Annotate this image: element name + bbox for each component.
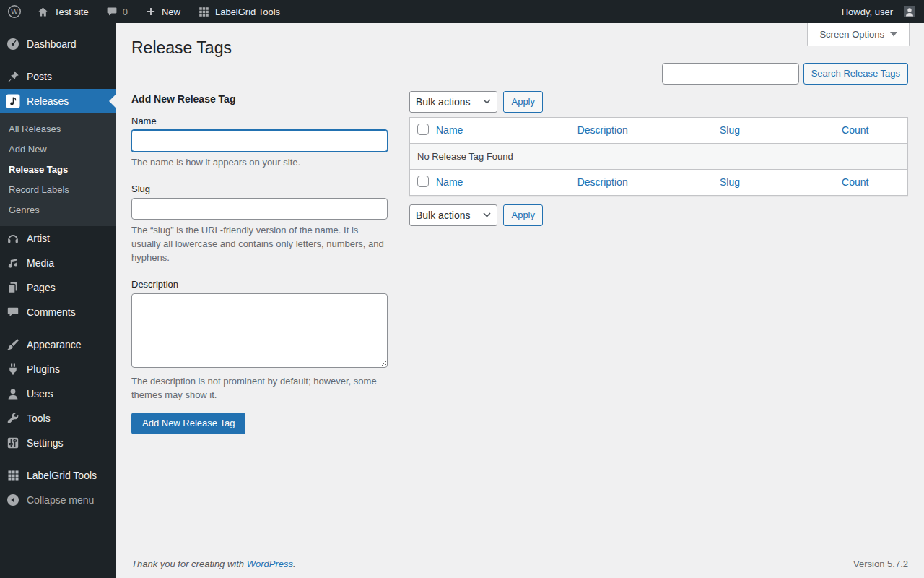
- sliders-icon: [6, 436, 20, 450]
- pushpin-icon: [6, 69, 20, 84]
- admin-bar: W Test site 0 New LabelGrid Tools Howdy,…: [0, 0, 924, 23]
- wrench-icon: [6, 411, 20, 426]
- add-new-release-tag-button[interactable]: Add New Release Tag: [131, 413, 245, 434]
- avatar: [904, 6, 915, 17]
- sidebar-item-appearance[interactable]: Appearance: [0, 332, 116, 357]
- description-help-text: The description is not prominent by defa…: [131, 374, 388, 402]
- collapse-arrow-icon: [6, 493, 20, 507]
- releases-submenu: All Releases Add New Release Tags Record…: [0, 113, 116, 226]
- description-field[interactable]: [131, 293, 388, 368]
- sort-by-name-link[interactable]: Name: [436, 176, 463, 188]
- wordpress-logo-menu[interactable]: W: [0, 0, 28, 23]
- sidebar-item-plugins[interactable]: Plugins: [0, 357, 116, 381]
- howdy-label: Howdy, user: [842, 7, 893, 17]
- collapse-menu-button[interactable]: Collapse menu: [0, 488, 116, 512]
- paintbrush-icon: [6, 337, 20, 352]
- page-title: Release Tags: [131, 38, 908, 59]
- submenu-item-record-labels[interactable]: Record Labels: [0, 179, 116, 199]
- version-label: Version 5.7.2: [853, 558, 908, 569]
- screen-options-button[interactable]: Screen Options: [807, 23, 910, 46]
- submenu-item-release-tags[interactable]: Release Tags: [0, 159, 116, 179]
- sidebar-item-artist[interactable]: Artist: [0, 226, 116, 251]
- grid-icon: [198, 6, 210, 18]
- sidebar-item-labelgrid-tools[interactable]: LabelGrid Tools: [0, 463, 116, 488]
- admin-bar-my-account[interactable]: Howdy, user: [833, 0, 924, 23]
- submenu-label: Record Labels: [9, 184, 69, 195]
- sidebar-item-label: Tools: [27, 413, 51, 424]
- sort-by-name-link[interactable]: Name: [436, 124, 463, 136]
- sort-by-description-link[interactable]: Description: [578, 176, 628, 188]
- apply-button-bottom[interactable]: Apply: [503, 204, 543, 226]
- sidebar-item-label: Pages: [27, 282, 56, 293]
- chevron-down-icon: [483, 99, 491, 104]
- admin-footer: Thank you for creating with WordPress. V…: [131, 558, 908, 569]
- bulk-actions-select-bottom[interactable]: Bulk actions: [409, 204, 497, 226]
- name-field[interactable]: [131, 130, 388, 152]
- admin-bar-labelgrid-tools[interactable]: LabelGrid Tools: [189, 0, 289, 23]
- form-heading: Add New Release Tag: [131, 93, 388, 105]
- current-menu-arrow: [109, 95, 116, 108]
- sidebar-item-releases[interactable]: Releases: [0, 89, 116, 113]
- bulk-actions-selected-option: Bulk actions: [416, 210, 470, 221]
- sidebar-item-label: Appearance: [27, 339, 82, 350]
- plug-icon: [6, 362, 20, 376]
- admin-sidebar: Dashboard Posts Releases All Releases Ad…: [0, 23, 116, 578]
- user-icon: [6, 387, 20, 401]
- sidebar-item-media[interactable]: Media: [0, 251, 116, 275]
- text-cursor: [139, 135, 139, 147]
- collapse-menu-label: Collapse menu: [27, 494, 94, 506]
- bulk-actions-select[interactable]: Bulk actions: [409, 91, 497, 113]
- apply-button[interactable]: Apply: [503, 91, 543, 113]
- table-footer-row: Name Description Slug Count: [410, 169, 907, 195]
- sort-by-count-link[interactable]: Count: [842, 124, 868, 136]
- search-release-tags-button[interactable]: Search Release Tags: [803, 63, 908, 85]
- sidebar-item-label: Plugins: [27, 363, 60, 375]
- empty-message: No Release Tag Found: [410, 144, 907, 169]
- wordpress-link[interactable]: WordPress: [247, 558, 293, 569]
- home-icon: [37, 6, 49, 18]
- select-all-checkbox[interactable]: [417, 176, 429, 187]
- sidebar-item-tools[interactable]: Tools: [0, 406, 116, 431]
- media-icon: [6, 256, 20, 270]
- sidebar-item-settings[interactable]: Settings: [0, 431, 116, 455]
- menu-separator: [0, 455, 116, 463]
- pages-icon: [6, 280, 20, 295]
- footer-thanks-period: .: [293, 558, 296, 569]
- slug-help-text: The “slug” is the URL-friendly version o…: [131, 223, 388, 264]
- comments-icon: [6, 305, 20, 319]
- sidebar-item-posts[interactable]: Posts: [0, 64, 116, 89]
- menu-separator: [0, 324, 116, 332]
- search-input[interactable]: [662, 63, 799, 85]
- submenu-label: Add New: [9, 144, 47, 155]
- sidebar-item-label: Posts: [27, 71, 52, 82]
- submenu-item-genres[interactable]: Genres: [0, 199, 116, 220]
- sidebar-item-pages[interactable]: Pages: [0, 275, 116, 300]
- sort-by-slug-link[interactable]: Slug: [720, 176, 740, 188]
- sidebar-item-users[interactable]: Users: [0, 381, 116, 406]
- sidebar-item-label: Releases: [27, 95, 69, 107]
- admin-bar-comments[interactable]: 0: [97, 0, 136, 23]
- admin-bar-site-label: Test site: [54, 7, 89, 17]
- footer-thanks-text: Thank you for creating with: [131, 558, 247, 569]
- svg-text:W: W: [11, 7, 19, 16]
- description-label: Description: [131, 279, 388, 290]
- comment-count: 0: [123, 7, 128, 17]
- empty-table-row: No Release Tag Found: [410, 144, 907, 169]
- submenu-item-all-releases[interactable]: All Releases: [0, 118, 116, 139]
- sort-by-count-link[interactable]: Count: [842, 176, 868, 188]
- select-all-checkbox[interactable]: [417, 124, 429, 135]
- submenu-label: All Releases: [9, 124, 61, 134]
- admin-bar-labelgrid-label: LabelGrid Tools: [215, 7, 280, 17]
- sort-by-description-link[interactable]: Description: [578, 124, 628, 136]
- admin-bar-new[interactable]: New: [136, 0, 189, 23]
- sidebar-item-dashboard[interactable]: Dashboard: [0, 32, 116, 56]
- dashboard-icon: [6, 37, 20, 51]
- main-content: Screen Options Release Tags Search Relea…: [116, 23, 924, 578]
- sort-by-slug-link[interactable]: Slug: [720, 124, 740, 136]
- sidebar-item-comments[interactable]: Comments: [0, 300, 116, 324]
- admin-bar-site-name[interactable]: Test site: [28, 0, 97, 23]
- slug-field[interactable]: [131, 198, 388, 220]
- sidebar-item-label: Users: [27, 388, 53, 400]
- submenu-item-add-new[interactable]: Add New: [0, 139, 116, 159]
- sidebar-item-label: Comments: [27, 306, 76, 318]
